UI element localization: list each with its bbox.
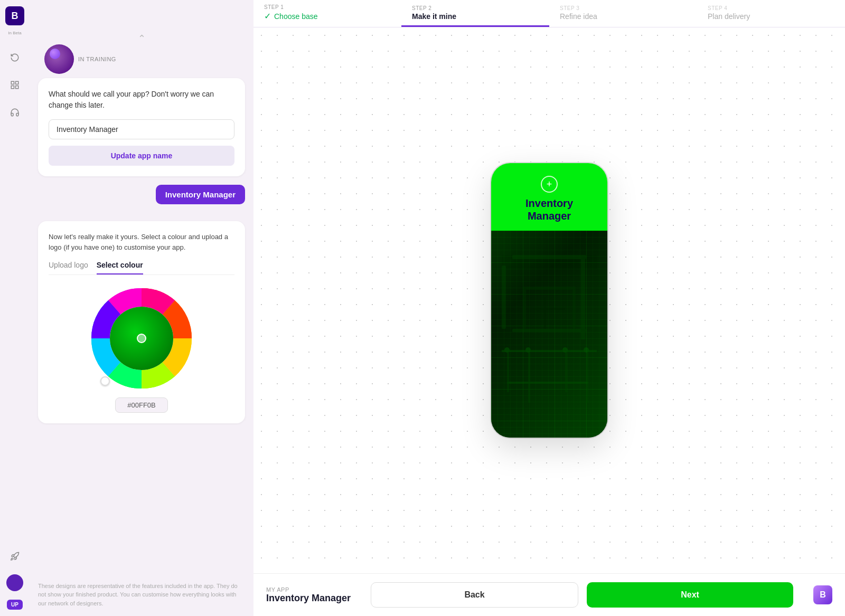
color-inner-circle[interactable] <box>110 307 173 370</box>
in-training-badge: IN TRAINING <box>38 44 245 74</box>
svg-rect-14 <box>502 350 597 352</box>
footer-note: These designs are representative of the … <box>38 573 245 608</box>
svg-rect-15 <box>507 350 509 392</box>
bottom-bar: MY APP Inventory Manager Back Next B <box>253 573 845 616</box>
tab-upload-logo[interactable]: Upload logo <box>49 261 88 274</box>
in-training-label: IN TRAINING <box>78 56 116 62</box>
bottom-actions: Back Next <box>371 582 793 608</box>
grid-button[interactable] <box>5 75 24 94</box>
svg-rect-8 <box>523 287 576 290</box>
svg-rect-2 <box>11 86 14 89</box>
phone-mockup: + Inventory Manager <box>491 163 607 438</box>
back-button[interactable]: Back <box>371 582 578 608</box>
svg-rect-13 <box>544 297 546 329</box>
main-layout: B In Beta <box>0 0 845 616</box>
svg-point-21 <box>525 347 531 353</box>
svg-rect-19 <box>507 382 588 384</box>
scroll-arrow-top: ⌃ <box>38 30 245 44</box>
bottom-app-info: MY APP Inventory Manager <box>266 586 351 604</box>
svg-rect-16 <box>528 350 530 403</box>
color-center-dot <box>137 334 146 343</box>
headset-button[interactable] <box>5 103 24 122</box>
svg-rect-9 <box>523 287 526 329</box>
svg-rect-17 <box>565 350 567 392</box>
step-bar-step4[interactable]: STEP 4 Plan delivery <box>697 0 845 27</box>
nav-sidebar: B In Beta <box>0 0 30 616</box>
step2-number: STEP 2 <box>412 5 539 11</box>
undo-button[interactable] <box>5 48 24 67</box>
step4-number: STEP 4 <box>708 5 834 11</box>
svg-rect-10 <box>572 287 576 329</box>
preview-area: + Inventory Manager <box>253 27 845 573</box>
svg-rect-7 <box>581 255 585 339</box>
app-name-input[interactable] <box>49 119 234 139</box>
phone-plus-icon: + <box>541 176 558 193</box>
svg-point-22 <box>562 347 568 353</box>
svg-point-20 <box>504 347 510 353</box>
colour-tabs: Upload logo Select colour <box>49 261 234 275</box>
svg-point-23 <box>584 347 589 353</box>
right-panel: STEP 1 ✓ Choose base STEP 2 Make it mine… <box>253 27 845 616</box>
rocket-button[interactable] <box>5 547 24 566</box>
colour-card: Now let's really make it yours. Select a… <box>38 221 245 423</box>
svg-rect-3 <box>16 86 18 89</box>
left-panel: ⌃ IN TRAINING What should we call your a… <box>30 0 253 616</box>
step4-label: Plan delivery <box>708 12 834 21</box>
color-wheel-container: #00FF0B <box>49 286 234 413</box>
bottom-brand-icon: B <box>813 585 832 604</box>
svg-rect-5 <box>502 266 506 329</box>
step-bar-global: STEP 1 ✓ Choose base STEP 2 Make it mine… <box>253 0 845 27</box>
colour-description: Now let's really make it yours. Select a… <box>49 232 234 252</box>
brand-logo[interactable]: B <box>5 6 24 25</box>
update-app-name-button[interactable]: Update app name <box>49 146 234 166</box>
step2-label: Make it mine <box>412 12 539 21</box>
svg-rect-0 <box>11 81 14 84</box>
step1-number: STEP 1 <box>264 4 391 10</box>
svg-rect-6 <box>512 255 586 259</box>
step-bar-step2[interactable]: STEP 2 Make it mine <box>401 0 549 27</box>
phone-industrial-svg <box>491 231 607 438</box>
phone-app-name: Inventory Manager <box>525 197 573 222</box>
up-button[interactable]: UP <box>7 600 23 610</box>
tab-select-colour[interactable]: Select colour <box>97 261 143 274</box>
svg-rect-1 <box>16 81 18 84</box>
hex-value-display[interactable]: #00FF0B <box>115 397 168 413</box>
avatar-shine <box>50 49 60 59</box>
color-picker-handle[interactable] <box>100 376 110 386</box>
step-bar-step1[interactable]: STEP 1 ✓ Choose base <box>253 0 401 27</box>
svg-rect-12 <box>533 308 565 310</box>
step-bar-step3[interactable]: STEP 3 Refine idea <box>549 0 697 27</box>
avatar-circle <box>44 44 74 74</box>
bottom-app-name: Inventory Manager <box>266 593 351 604</box>
app-name-pill: Inventory Manager <box>156 185 245 204</box>
step3-number: STEP 3 <box>560 5 687 11</box>
step1-label: ✓ Choose base <box>264 11 391 21</box>
phone-body <box>491 231 607 438</box>
my-app-label: MY APP <box>266 586 351 593</box>
phone-header: + Inventory Manager <box>491 163 607 231</box>
svg-rect-18 <box>586 350 588 403</box>
app-name-card: What should we call your app? Don't worr… <box>38 78 245 176</box>
step3-label: Refine idea <box>560 12 687 21</box>
svg-rect-11 <box>512 329 586 332</box>
name-question: What should we call your app? Don't worr… <box>49 89 234 111</box>
next-button[interactable]: Next <box>587 582 793 608</box>
color-wheel-wrapper[interactable] <box>89 286 194 391</box>
beta-label: In Beta <box>8 31 21 35</box>
user-avatar[interactable] <box>6 574 23 591</box>
